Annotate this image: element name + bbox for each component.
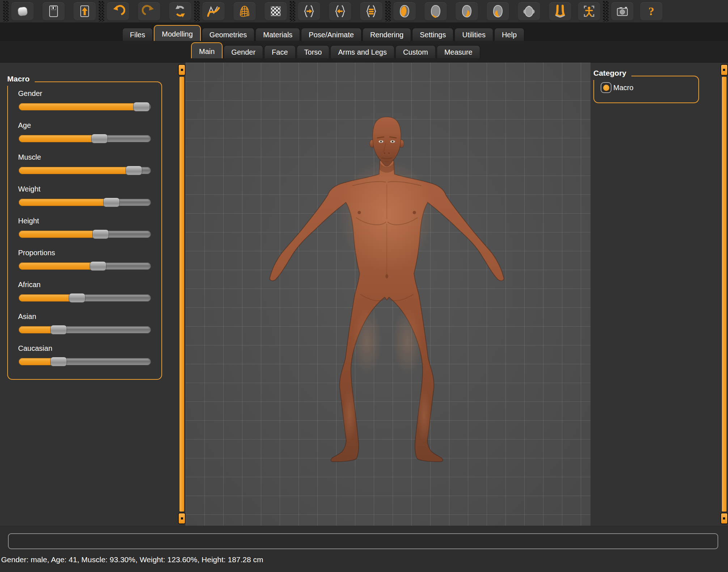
rotate-head-left-button[interactable]: [329, 2, 352, 21]
sub-tab-measure[interactable]: Measure: [437, 45, 480, 58]
main-tab-modelling[interactable]: Modelling: [154, 25, 201, 41]
main-tab-pose-animate[interactable]: Pose/Animate: [301, 28, 361, 41]
main-tab-utilities[interactable]: Utilities: [454, 28, 493, 41]
view-right-profile-button[interactable]: [486, 2, 509, 21]
radio-selected-icon[interactable]: [601, 82, 611, 93]
sub-tab-torso[interactable]: Torso: [297, 45, 330, 58]
slider-handle[interactable]: [91, 134, 108, 143]
viewport-splitter-right[interactable]: [720, 63, 728, 526]
save-button[interactable]: [42, 2, 65, 21]
splitter-handle-bottom[interactable]: [720, 513, 728, 524]
background-toggle-button[interactable]: [264, 2, 287, 21]
load-button[interactable]: [73, 2, 96, 21]
toolbar-separator: [3, 1, 9, 22]
slider-handle[interactable]: [90, 261, 106, 271]
main-tab-materials[interactable]: Materials: [255, 28, 300, 41]
slider-control[interactable]: [19, 358, 151, 365]
slider-fill: [19, 199, 111, 206]
reset-rotation-button[interactable]: [360, 2, 383, 21]
slider-row-gender: Gender: [8, 89, 161, 110]
undo-button[interactable]: [106, 2, 130, 21]
sub-tab-bar: MainGenderFaceTorsoArms and LegsCustomMe…: [0, 41, 728, 58]
sub-tab-face[interactable]: Face: [264, 45, 295, 58]
slider-control[interactable]: [19, 135, 151, 142]
macro-slider-list: Gender Age Muscle Weight Height: [8, 89, 161, 365]
main-tab-help[interactable]: Help: [494, 28, 524, 41]
save-icon: [46, 4, 61, 18]
category-group-box: Category Macro: [593, 76, 699, 103]
slider-label: Caucasian: [18, 344, 161, 353]
frame-body-button[interactable]: [577, 2, 601, 21]
help-icon: ?: [644, 4, 659, 18]
view-top-button[interactable]: [517, 2, 541, 21]
head-top-view-icon: [522, 4, 536, 18]
view-feet-button[interactable]: [549, 2, 572, 21]
main-tab-geometries[interactable]: Geometries: [202, 28, 254, 41]
sub-tab-custom[interactable]: Custom: [395, 45, 436, 58]
category-panel: Category Macro: [591, 63, 720, 526]
toolbar-group-display: [202, 2, 287, 21]
main-tab-rendering[interactable]: Rendering: [363, 28, 411, 41]
slider-control[interactable]: [19, 294, 151, 302]
camera-icon: [615, 4, 630, 18]
macro-group-box: Macro Gender Age Muscle Weight Height: [7, 81, 162, 380]
smooth-toggle-button[interactable]: [202, 2, 225, 21]
toolbar-group-views: [393, 2, 572, 21]
view-left-profile-button[interactable]: [455, 2, 478, 21]
slider-fill: [19, 103, 141, 110]
undo-icon: [111, 4, 125, 18]
tab-content-divider: [0, 58, 728, 63]
splitter-handle-top[interactable]: [720, 64, 728, 76]
slider-control[interactable]: [19, 231, 151, 238]
radio-dot: [603, 85, 609, 91]
progress-bar: [8, 533, 718, 549]
slider-control[interactable]: [19, 262, 151, 270]
slider-handle[interactable]: [50, 325, 67, 335]
splitter-dot-icon: [723, 517, 725, 520]
help-button[interactable]: ?: [640, 2, 663, 21]
slider-control[interactable]: [19, 199, 151, 206]
redo-button[interactable]: [137, 2, 161, 21]
slider-control[interactable]: [19, 167, 151, 174]
slider-control[interactable]: [19, 103, 151, 110]
view-front-button[interactable]: [393, 2, 416, 21]
sub-tab-main[interactable]: Main: [191, 42, 223, 58]
new-button[interactable]: [11, 2, 34, 21]
slider-handle[interactable]: [126, 166, 142, 175]
splitter-handle-bottom[interactable]: [178, 513, 186, 524]
slider-control[interactable]: [19, 326, 151, 333]
viewport-splitter-left[interactable]: [178, 63, 186, 526]
rotate-head-right-button[interactable]: [297, 2, 321, 21]
main-tab-files[interactable]: Files: [122, 28, 153, 41]
slider-label: African: [18, 281, 161, 289]
toolbar-separator: [603, 1, 609, 22]
category-option-macro[interactable]: Macro: [601, 82, 698, 93]
splitter-handle-top[interactable]: [178, 64, 186, 76]
slider-handle[interactable]: [133, 102, 150, 112]
slider-handle[interactable]: [69, 293, 85, 303]
viewport-3d[interactable]: [186, 63, 591, 526]
sub-tab-gender[interactable]: Gender: [224, 45, 263, 58]
view-back-button[interactable]: [424, 2, 447, 21]
slider-handle[interactable]: [50, 357, 67, 366]
slider-label: Muscle: [18, 153, 161, 162]
slider-handle[interactable]: [103, 198, 120, 207]
sub-tab-arms-and-legs[interactable]: Arms and Legs: [330, 45, 394, 58]
splitter-bar[interactable]: [179, 76, 185, 512]
reset-button[interactable]: [169, 2, 192, 21]
main-tab-settings[interactable]: Settings: [412, 28, 453, 41]
grab-screenshot-button[interactable]: [611, 2, 634, 21]
slider-handle[interactable]: [92, 230, 109, 239]
toolbar-separator: [194, 1, 200, 22]
redo-icon: [142, 4, 156, 18]
main-tab-bar: FilesModellingGeometriesMaterialsPose/An…: [0, 22, 728, 41]
slider-fill: [19, 294, 77, 302]
toolbar-separator: [385, 1, 391, 22]
slider-row-height: Height: [8, 217, 161, 238]
wireframe-toggle-button[interactable]: [233, 2, 256, 21]
head-front-view-icon: [397, 4, 412, 18]
toolbar-group-rotate: [297, 2, 383, 21]
slider-label: Age: [18, 121, 161, 130]
splitter-dot-icon: [723, 69, 725, 71]
splitter-bar[interactable]: [721, 76, 727, 512]
